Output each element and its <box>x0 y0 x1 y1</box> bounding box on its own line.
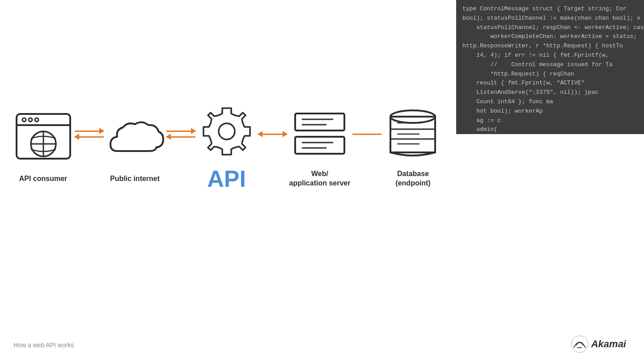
database-icon <box>384 107 442 160</box>
code-line: ListenAndServe(":3375", nil)); }pac <box>462 88 638 97</box>
public-internet-label: Public internet <box>110 174 160 184</box>
code-line: type ControlMessage struct { Target stri… <box>462 4 638 14</box>
server-icon <box>291 107 349 160</box>
diagram-container: API consumer Public internet <box>14 105 442 190</box>
footer-text: How a web API works <box>13 341 74 349</box>
code-line: admin( <box>462 125 638 134</box>
arrow-both-1 <box>258 134 287 135</box>
akamai-emblem-icon <box>571 335 589 353</box>
database-component: Database(endpoint) <box>384 107 442 188</box>
api-component: API <box>198 105 256 190</box>
code-line: workerCompleteChan: workerActive = statu… <box>462 32 638 42</box>
gear-icon <box>198 105 256 158</box>
code-line: // Control message issued for Ta <box>462 60 638 70</box>
svg-point-2 <box>22 118 26 122</box>
code-line: Count int64 }; func ma <box>462 97 638 107</box>
svg-rect-12 <box>295 137 344 154</box>
cloud-icon <box>106 112 164 165</box>
code-line: statusPollChannel; respChan <- workerAct… <box>462 23 638 33</box>
akamai-logo-text: Akamai <box>591 338 626 350</box>
code-line: bool); statusPollChannel := make(chan ch… <box>462 14 638 23</box>
api-consumer-component: API consumer <box>14 112 72 184</box>
arrow-internet-api <box>164 130 198 138</box>
arrow-api-server <box>256 134 289 135</box>
arrow-server-db <box>350 134 384 135</box>
svg-point-3 <box>29 118 32 122</box>
arrow-right-1 <box>75 130 104 132</box>
api-label: API <box>207 167 246 190</box>
web-server-label: Web/application server <box>289 169 351 188</box>
api-consumer-icon <box>14 112 72 165</box>
code-line: *http.Request) { reqChan <box>462 70 638 79</box>
code-line: result { fmt.Fprint(w, "ACTIVE" <box>462 79 638 88</box>
api-consumer-label: API consumer <box>19 174 68 184</box>
public-internet-component: Public internet <box>106 112 164 184</box>
code-background: type ControlMessage struct { Target stri… <box>456 0 644 134</box>
svg-point-22 <box>571 336 588 352</box>
arrow-consumer-internet <box>72 130 106 138</box>
database-label: Database(endpoint) <box>395 169 430 188</box>
svg-point-4 <box>35 118 38 122</box>
akamai-logo: Akamai <box>571 335 626 353</box>
web-server-component: Web/application server <box>289 107 351 188</box>
arrow-left-1 <box>75 136 104 138</box>
footer-caption: How a web API works <box>13 341 74 349</box>
diagram-area: API consumer Public internet <box>0 0 456 277</box>
code-line: ag := c <box>462 116 638 126</box>
arrow-dash-1 <box>352 134 381 135</box>
svg-rect-9 <box>295 114 344 130</box>
arrow-right-2 <box>166 130 195 132</box>
code-line: http.ResponseWriter, r *http.Request) { … <box>462 42 638 51</box>
code-line: 14, 4); if err != nil { fmt.Fprintf(w, <box>462 51 638 60</box>
svg-point-8 <box>219 123 235 139</box>
code-line: hot bool); workerAp <box>462 107 638 116</box>
arrow-left-2 <box>166 136 195 138</box>
